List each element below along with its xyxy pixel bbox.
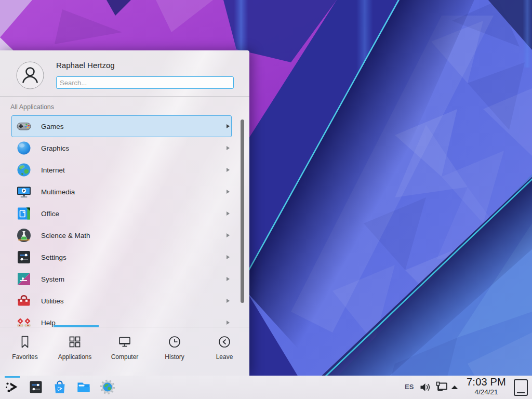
submenu-arrow-icon — [227, 299, 230, 303]
internet-globe-icon — [16, 162, 32, 178]
tab-computer[interactable]: Computer — [100, 327, 150, 376]
user-avatar-icon — [16, 61, 44, 89]
menu-item-internet[interactable]: Internet — [11, 159, 232, 181]
tab-favorites[interactable]: Favorites — [0, 327, 50, 376]
menu-item-label: Utilities — [41, 297, 227, 305]
search-input[interactable] — [56, 76, 234, 89]
submenu-arrow-icon — [227, 321, 230, 325]
menu-item-label: Science & Math — [41, 232, 227, 240]
menu-item-system[interactable]: System — [11, 268, 232, 290]
discover-store-icon[interactable] — [52, 379, 68, 395]
file-manager-icon[interactable] — [76, 379, 91, 395]
tab-leave[interactable]: Leave — [200, 327, 249, 376]
menu-item-label: Settings — [41, 254, 227, 261]
taskbar-panel: ES 7:03 PM 4/24/21 — [0, 376, 532, 399]
menu-item-label: Office — [41, 210, 227, 218]
submenu-arrow-icon — [227, 211, 230, 216]
keyboard-layout-indicator[interactable]: ES — [405, 383, 414, 391]
show-desktop-glyph — [517, 392, 525, 393]
submenu-arrow-icon — [227, 124, 230, 128]
submenu-arrow-icon — [227, 168, 230, 172]
leave-icon — [217, 335, 232, 349]
tab-label: Computer — [111, 353, 139, 361]
menu-item-help[interactable]: Help — [11, 312, 232, 327]
active-launcher-indicator — [5, 376, 20, 378]
help-lifebuoy-icon — [16, 314, 32, 327]
section-label: All Applications — [10, 103, 54, 111]
expand-tray-icon[interactable] — [450, 385, 459, 390]
utilities-toolbox-icon — [16, 292, 32, 309]
menu-item-science-math[interactable]: Science & Math — [11, 224, 232, 246]
menu-item-games[interactable]: Games — [11, 115, 232, 137]
web-globe-gear-icon[interactable] — [100, 379, 115, 395]
menu-item-graphics[interactable]: Graphics — [11, 137, 232, 159]
show-desktop-button[interactable] — [514, 379, 528, 396]
menu-item-label: Graphics — [41, 144, 227, 152]
menu-item-label: Internet — [41, 166, 227, 174]
menu-item-label: System — [41, 275, 227, 283]
submenu-arrow-icon — [227, 277, 230, 281]
submenu-arrow-icon — [227, 146, 230, 150]
launcher-tabbar: Favorites Applications Compu — [0, 327, 249, 376]
list-scrollbar[interactable] — [241, 119, 244, 303]
user-name: Raphael Hertzog — [56, 61, 115, 70]
kali-menu-icon[interactable] — [4, 379, 20, 395]
multimedia-monitor-icon — [16, 183, 32, 200]
system-sliders-icon — [16, 271, 32, 287]
grid-icon — [68, 335, 82, 349]
digital-clock[interactable]: 7:03 PM 4/24/21 — [461, 377, 511, 396]
science-flask-icon — [16, 227, 32, 244]
tab-label: Favorites — [12, 353, 37, 361]
clock-date: 4/24/21 — [461, 389, 511, 396]
graphics-sphere-icon — [16, 140, 32, 156]
volume-icon[interactable] — [420, 382, 431, 392]
clock-time: 7:03 PM — [461, 377, 511, 387]
settings-sliders-icon — [16, 249, 32, 265]
menu-item-multimedia[interactable]: Multimedia — [11, 181, 232, 203]
clock-icon — [167, 335, 182, 349]
tab-history[interactable]: History — [150, 327, 200, 376]
menu-item-settings[interactable]: Settings — [11, 246, 232, 268]
header-divider — [0, 96, 249, 97]
tab-applications[interactable]: Applications — [50, 327, 100, 376]
desktop: Raphael Hertzog All Applications Games — [0, 0, 532, 399]
gamepad-icon — [16, 118, 32, 135]
submenu-arrow-icon — [227, 190, 230, 194]
application-launcher-menu: Raphael Hertzog All Applications Games — [0, 50, 249, 376]
submenu-arrow-icon — [227, 255, 230, 259]
submenu-arrow-icon — [227, 233, 230, 237]
office-document-icon — [16, 205, 32, 222]
menu-item-office[interactable]: Office — [11, 203, 232, 224]
application-category-list: Games Graphics — [0, 115, 249, 327]
network-icon[interactable] — [435, 381, 449, 393]
menu-item-label: Games — [41, 123, 227, 130]
tab-label: Applications — [58, 353, 92, 361]
bookmark-icon — [18, 335, 32, 349]
system-settings-icon[interactable] — [28, 379, 44, 395]
launcher-header: Raphael Hertzog — [0, 50, 249, 96]
tab-label: History — [165, 353, 184, 361]
monitor-icon — [117, 335, 132, 349]
menu-item-utilities[interactable]: Utilities — [11, 290, 232, 312]
menu-item-label: Multimedia — [41, 188, 227, 196]
tab-label: Leave — [216, 353, 233, 361]
